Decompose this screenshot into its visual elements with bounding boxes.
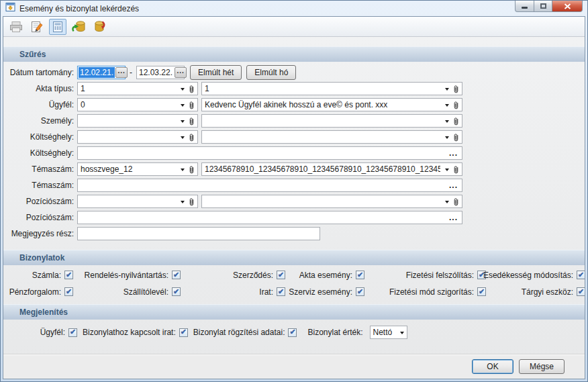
checkbox-targyi-eszkoz[interactable]: ✔ — [577, 287, 585, 296]
database-export-button[interactable] — [91, 19, 108, 35]
check-icon: ✔ — [173, 271, 179, 279]
bizonylat-ertek-select[interactable]: Nettó — [370, 326, 407, 339]
minimize-button[interactable] — [515, 1, 534, 12]
checkbox-szerviz-esemeny[interactable]: ✔ — [356, 287, 364, 296]
paperclip-icon[interactable] — [452, 101, 460, 111]
checkbox-fizetesi-mod-szigoritas[interactable]: ✔ — [477, 287, 486, 296]
paperclip-icon[interactable] — [188, 197, 195, 208]
check-icon: ✔ — [173, 288, 179, 295]
pozicioszam-combo-1[interactable] — [77, 195, 198, 208]
checkbox-szallitolevel[interactable]: ✔ — [172, 287, 181, 296]
combo-value: hosszvege_12 — [81, 164, 176, 174]
temaszam-combo-1[interactable]: hosszvege_12 — [77, 162, 198, 176]
checkbox-bizonylat-rogzitesi-adatai[interactable]: ✔ — [288, 328, 297, 337]
paperclip-icon[interactable] — [452, 85, 460, 95]
check-icon: ✔ — [578, 271, 584, 279]
title-bar[interactable]: Esemény és bizonylat lekérdezés — [1, 1, 587, 16]
database-import-button[interactable] — [70, 19, 87, 35]
cancel-button[interactable]: Mégse — [519, 359, 565, 374]
megjegyzes-input[interactable] — [77, 227, 320, 240]
chevron-down-icon[interactable] — [181, 88, 185, 91]
pozicioszam-combo-2[interactable] — [201, 195, 462, 208]
paperclip-icon[interactable] — [452, 133, 460, 144]
date-from-field[interactable]: 12.02.21. ... — [77, 66, 126, 79]
chevron-down-icon[interactable] — [181, 120, 185, 123]
chevron-down-icon[interactable] — [445, 88, 449, 91]
temaszam-path-field[interactable]: ... — [77, 179, 462, 192]
value-label: Bizonylat érték: — [307, 328, 362, 337]
last-month-button[interactable]: Elmúlt hó — [246, 65, 296, 80]
doc-cell-irat: Irat: ✔ — [181, 287, 285, 297]
paperclip-icon[interactable] — [188, 101, 195, 111]
print-button[interactable] — [7, 19, 25, 35]
chevron-down-icon[interactable] — [181, 169, 185, 171]
chevron-down-icon[interactable] — [445, 136, 449, 139]
chevron-down-icon[interactable] — [445, 104, 449, 107]
paperclip-icon[interactable] — [188, 165, 195, 176]
chevron-down-icon[interactable] — [445, 201, 449, 203]
akta-tipus-combo-2[interactable]: 1 — [201, 82, 462, 95]
printer-icon — [9, 20, 23, 34]
date-to-field[interactable]: 12.03.22. ... — [136, 66, 185, 79]
filter-rows: Dátum tartomány: 12.02.21. ... - 12.03.2… — [3, 62, 585, 244]
akta-tipus-combo-1[interactable]: 1 — [77, 82, 198, 95]
ugyfel-combo-1[interactable]: 0 — [77, 98, 198, 111]
filter-row-megjegyzes: Megjegyzés rész: — [3, 227, 585, 240]
paperclip-icon[interactable] — [188, 133, 195, 144]
paperclip-icon[interactable] — [452, 117, 460, 128]
filter-row-pozicioszam: Pozíciószám: — [3, 195, 585, 208]
szemely-combo-1[interactable] — [77, 114, 198, 128]
koltseghely-combo-1[interactable] — [77, 130, 198, 144]
pozicioszam-path-field[interactable]: ... — [77, 211, 462, 224]
ellipsis-button[interactable]: ... — [449, 215, 458, 220]
chevron-down-icon[interactable] — [181, 104, 185, 107]
filter-row-temaszam: Témaszám: hosszvege_12 12345678910_12345… — [3, 162, 585, 176]
checkbox-szerzodes[interactable]: ✔ — [277, 271, 285, 279]
minimize-icon — [522, 7, 528, 9]
date-from-browse-button[interactable]: ... — [115, 67, 128, 78]
chevron-down-icon[interactable] — [445, 120, 449, 123]
checkbox-esedekesseg-modositas[interactable]: ✔ — [577, 271, 585, 279]
doc-cell-akta-esemeny: Akta esemény: ✔ — [285, 271, 364, 280]
last-week-button[interactable]: Elmúlt hét — [190, 65, 242, 80]
checkbox-irat[interactable]: ✔ — [277, 287, 285, 296]
temaszam-combo-2[interactable]: 12345678910_12345678910_12345678910_1234… — [201, 162, 462, 176]
ok-button[interactable]: OK — [472, 359, 513, 374]
paperclip-icon[interactable] — [452, 197, 460, 208]
ellipsis-button[interactable]: ... — [449, 150, 458, 156]
check-icon: ✔ — [66, 271, 72, 279]
checkbox-bizonylathoz-kapcsolt-irat[interactable]: ✔ — [179, 328, 188, 337]
edit-note-icon — [30, 20, 44, 34]
filter-row-koltseghely: Költséghely: — [3, 130, 585, 144]
field-label: Akta típus: — [3, 84, 77, 93]
ellipsis-button[interactable]: ... — [449, 183, 458, 188]
checkbox-akta-esemeny[interactable]: ✔ — [356, 271, 364, 279]
chevron-down-icon[interactable] — [181, 201, 185, 203]
dialog-body: Szűrés Dátum tartomány: 12.02.21. ... - … — [3, 16, 585, 379]
paperclip-icon[interactable] — [452, 165, 460, 176]
doc-cell-szerzodes: Szerződés: ✔ — [181, 271, 285, 280]
checkbox-szamla[interactable]: ✔ — [64, 271, 73, 279]
checkbox-display-ugyfel[interactable]: ✔ — [68, 328, 77, 337]
chevron-down-icon[interactable] — [400, 332, 404, 334]
combo-value: 0 — [81, 100, 176, 109]
checkbox-penzforgalom[interactable]: ✔ — [64, 287, 73, 296]
checkbox-rendeles-nyilvantartas[interactable]: ✔ — [172, 271, 181, 279]
checkbox-label: Fizetési mód szigorítás: — [389, 287, 474, 297]
paperclip-icon[interactable] — [188, 117, 195, 128]
edit-note-button[interactable] — [28, 19, 46, 35]
koltseghely-combo-2[interactable] — [201, 130, 462, 144]
paperclip-icon[interactable] — [188, 85, 195, 95]
ugyfel-combo-2[interactable]: Kedvenc Ügyfél akinek hosszú a eve© és p… — [201, 98, 462, 111]
koltseghely-path-field[interactable]: ... — [77, 146, 462, 160]
chevron-down-icon[interactable] — [445, 169, 449, 171]
maximize-button[interactable] — [534, 1, 552, 12]
check-icon: ✔ — [66, 288, 72, 295]
date-to-browse-button[interactable]: ... — [175, 67, 187, 78]
toolbar — [3, 17, 585, 37]
section-title: Bizonylatok — [19, 253, 64, 262]
chevron-down-icon[interactable] — [181, 136, 185, 139]
close-button[interactable] — [552, 1, 583, 12]
calculator-button[interactable] — [49, 19, 66, 35]
szemely-combo-2[interactable] — [201, 114, 462, 128]
